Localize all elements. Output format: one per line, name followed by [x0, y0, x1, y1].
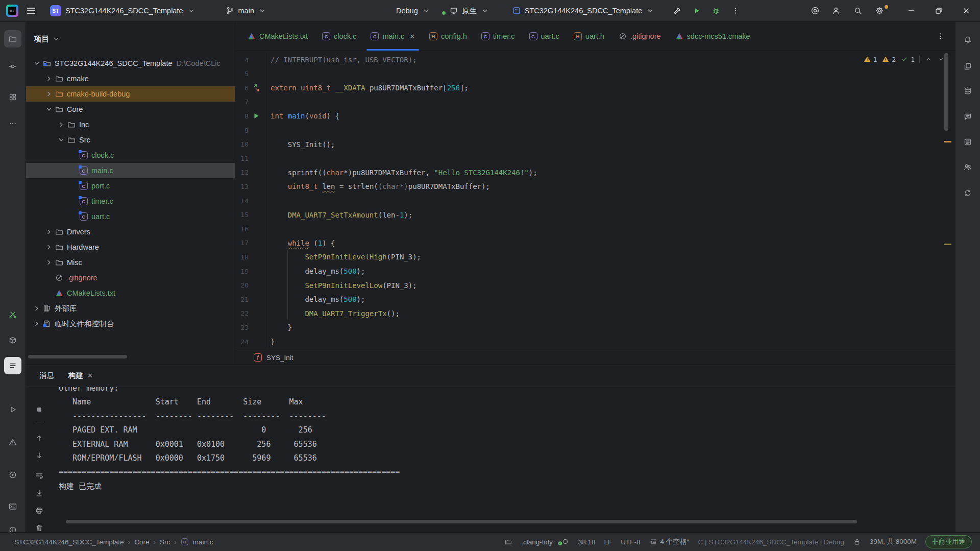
tool-services-button[interactable]: [4, 466, 21, 484]
status-license[interactable]: 非商业用途: [925, 535, 972, 548]
tree-item-uart.c[interactable]: Cuart.c: [26, 209, 235, 224]
status-line-ending[interactable]: LF: [604, 538, 612, 546]
chevron-right-icon[interactable]: [31, 320, 42, 328]
tree-item-clock.c[interactable]: Cclock.c: [26, 148, 235, 163]
tab-uart.h[interactable]: Huart.h: [567, 22, 611, 51]
close-button[interactable]: [952, 0, 980, 21]
tool-project-button[interactable]: [4, 30, 21, 47]
tree-item-Core[interactable]: Core: [26, 102, 235, 117]
tool-run-button[interactable]: [4, 401, 21, 418]
up-button[interactable]: [32, 431, 46, 445]
build-type-selector[interactable]: Debug: [392, 3, 434, 18]
tree-item-cmake-build-debug[interactable]: cmake-build-debug: [26, 86, 235, 102]
tree-item-timer.c[interactable]: Ctimer.c: [26, 194, 235, 209]
status-recent-location[interactable]: [504, 538, 512, 546]
status-memory[interactable]: 39M, 共 8000M: [870, 537, 917, 546]
tab-timer.c[interactable]: Ctimer.c: [474, 22, 522, 51]
run-config-selector[interactable]: STC32G144K246_SDCC_Template: [508, 3, 659, 18]
search-everywhere-button[interactable]: [847, 3, 869, 18]
navigate-arrows-icon[interactable]: [252, 84, 260, 92]
settings-button[interactable]: [869, 3, 890, 18]
status-indent-config[interactable]: 4 个空格*: [649, 537, 690, 546]
tree-item-.gitignore[interactable]: .gitignore: [26, 270, 235, 285]
chevron-right-icon[interactable]: [43, 243, 55, 251]
tool-dependencies-button[interactable]: [4, 331, 21, 349]
run-button[interactable]: [689, 3, 704, 18]
tab-clock.c[interactable]: Cclock.c: [315, 22, 363, 51]
tool-build-button[interactable]: [4, 357, 21, 374]
status-readonly-toggle[interactable]: [853, 538, 861, 546]
main-menu-button[interactable]: [23, 3, 39, 18]
tool-ai-assistant-button[interactable]: [959, 108, 976, 125]
tool-notifications-button[interactable]: [959, 31, 976, 49]
tree-item-Drivers[interactable]: Drivers: [26, 224, 235, 239]
scroll-to-end-button[interactable]: [32, 486, 46, 500]
restore-button[interactable]: [925, 0, 952, 21]
tree-item-cmake[interactable]: cmake: [26, 71, 235, 86]
tool-structure-button[interactable]: [4, 88, 21, 106]
down-button[interactable]: [32, 448, 46, 463]
tool-more-tool-windows-button[interactable]: [4, 115, 21, 132]
tree-item--[interactable]: 外部库: [26, 301, 235, 316]
more-actions-button[interactable]: [728, 3, 743, 18]
chevron-down-icon[interactable]: [31, 59, 42, 67]
chevron-down-icon[interactable]: [56, 136, 67, 144]
tree-item-port.c[interactable]: Cport.c: [26, 178, 235, 194]
breadcrumb-item[interactable]: Core: [134, 538, 149, 546]
status-clang-tidy[interactable]: .clang-tidy: [521, 538, 553, 546]
chevron-down-icon[interactable]: [43, 105, 55, 113]
chevron-right-icon[interactable]: [43, 90, 55, 98]
tool-build-output-button[interactable]: [959, 133, 976, 151]
tool-terminal-button[interactable]: [4, 498, 21, 515]
chevron-right-icon[interactable]: [43, 228, 55, 236]
project-selector[interactable]: ST STC32G144K246_SDCC_Template: [46, 3, 200, 18]
debug-button[interactable]: [708, 3, 724, 18]
code-with-me-button[interactable]: [826, 3, 847, 18]
chevron-right-icon[interactable]: [43, 258, 55, 267]
minimize-button[interactable]: [897, 0, 925, 21]
tab-uart.c[interactable]: Cuart.c: [522, 22, 567, 51]
chevron-right-icon[interactable]: [31, 304, 42, 313]
breadcrumb-item[interactable]: Src: [160, 538, 170, 546]
soft-wrap-button[interactable]: [32, 469, 46, 483]
tab-CMakeLists.txt[interactable]: CMakeLists.txt: [240, 22, 315, 51]
tree-item-CMakeLists.txt[interactable]: CMakeLists.txt: [26, 285, 235, 301]
build-button[interactable]: [670, 3, 685, 18]
build-output-scrollbar[interactable]: [66, 520, 857, 523]
tool-problems-button[interactable]: [4, 434, 21, 451]
stop-button[interactable]: [32, 402, 46, 417]
code-area[interactable]: 121 4// INTERRUPT(usb_isr, USB_VECTOR);5…: [235, 51, 955, 351]
breadcrumb-item[interactable]: STC32G144K246_SDCC_Template: [14, 538, 124, 546]
tab-.gitignore[interactable]: .gitignore: [611, 22, 668, 51]
status-context[interactable]: C | STC32G144K246_SDCC_Template | Debug: [698, 538, 844, 546]
tabs-more-button[interactable]: [933, 29, 948, 44]
build-panel-tab-1[interactable]: 构建✕: [63, 368, 98, 384]
close-tab-icon[interactable]: ✕: [87, 372, 93, 379]
tree-item-Hardware[interactable]: Hardware: [26, 239, 235, 255]
status-caret-position[interactable]: 38:18: [578, 538, 596, 546]
tab-main.c[interactable]: Cmain.c✕: [363, 22, 422, 51]
run-line-icon[interactable]: [252, 112, 260, 120]
tree-horizontal-scrollbar[interactable]: [28, 355, 127, 358]
chevron-right-icon[interactable]: [56, 121, 67, 129]
ai-assistant-button[interactable]: [804, 3, 826, 18]
branch-selector[interactable]: main: [222, 3, 271, 18]
tool-database-button[interactable]: [959, 82, 976, 100]
tree-item-main.c[interactable]: Cmain.c: [26, 163, 235, 178]
context-bar[interactable]: f SYS_Init: [235, 351, 955, 364]
tree-item-Inc[interactable]: Inc: [26, 117, 235, 132]
status-clangd-status[interactable]: ✓: [561, 538, 570, 546]
tree-item-Misc[interactable]: Misc: [26, 255, 235, 270]
tool-layers-button[interactable]: [959, 58, 976, 75]
tab-config.h[interactable]: Hconfig.h: [422, 22, 474, 51]
print-button[interactable]: [32, 504, 46, 518]
status-encoding[interactable]: UTF-8: [621, 538, 640, 546]
tool-cmake-button[interactable]: [4, 306, 21, 323]
tool-commit-button[interactable]: [4, 58, 21, 75]
tool-sync-button[interactable]: [959, 184, 976, 202]
tree-item-Src[interactable]: Src: [26, 132, 235, 148]
project-panel-header[interactable]: 项目: [26, 31, 60, 46]
target-selector[interactable]: 原生: [446, 3, 493, 18]
build-panel-tab-0[interactable]: 消息: [34, 368, 59, 384]
close-tab-icon[interactable]: ✕: [409, 33, 415, 40]
